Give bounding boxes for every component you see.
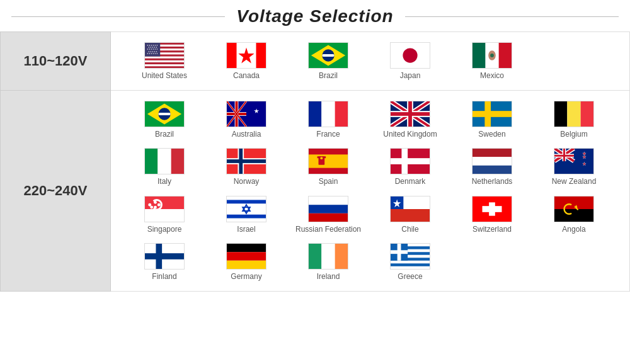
country-item-mx: Mexico — [451, 38, 533, 84]
flag-fi — [144, 243, 185, 270]
country-name-nz: New Zealand — [552, 177, 597, 187]
svg-rect-125 — [335, 244, 348, 270]
flag-ca — [226, 42, 266, 69]
country-name-il: Israel — [237, 225, 255, 235]
country-item-cl: Chile — [369, 192, 451, 237]
country-item-jp: Japan — [369, 38, 451, 84]
country-name-br-110: Brazil — [319, 71, 338, 81]
title-line-right — [405, 16, 619, 17]
country-item-sg: Singapore — [123, 192, 205, 237]
svg-rect-55 — [472, 111, 512, 117]
flag-dk — [390, 148, 430, 174]
country-item-nl: Netherlands — [451, 144, 533, 190]
svg-rect-77 — [472, 157, 512, 166]
flag-au — [226, 101, 266, 127]
country-name-no: Norway — [234, 177, 260, 187]
country-item-es: Spain — [287, 144, 369, 190]
svg-rect-20 — [322, 54, 334, 57]
svg-rect-31 — [158, 113, 170, 115]
svg-point-96 — [150, 205, 153, 208]
svg-rect-75 — [401, 149, 408, 174]
title-line-left — [11, 16, 225, 17]
country-name-gr: Greece — [398, 272, 422, 282]
svg-point-95 — [154, 205, 157, 208]
country-name-cl: Chile — [401, 225, 418, 235]
country-name-sg: Singapore — [147, 225, 182, 235]
voltage-table: 110~120V — [0, 31, 630, 292]
svg-rect-15 — [256, 43, 266, 69]
country-item-ie: Ireland — [287, 239, 369, 285]
svg-rect-114 — [554, 209, 593, 222]
svg-rect-118 — [145, 254, 184, 260]
flag-no — [226, 148, 266, 174]
country-name-ie: Ireland — [317, 272, 340, 282]
countries-110: ★★★★★★ ★★★★★ ★★★★★★ ★★★★★ ★★★★★★ United … — [111, 32, 630, 91]
svg-rect-104 — [309, 205, 348, 213]
country-name-be: Belgium — [560, 130, 587, 140]
country-grid-110: ★★★★★★ ★★★★★ ★★★★★★ ★★★★★ ★★★★★★ United … — [123, 38, 623, 84]
country-name-us: United States — [142, 71, 187, 81]
voltage-row-110: 110~120V — [1, 32, 630, 91]
flag-nl — [472, 148, 512, 174]
country-item-it: Italy — [123, 144, 205, 190]
country-item-ao: Angola — [533, 192, 615, 237]
svg-rect-134 — [391, 251, 408, 254]
country-name-jp: Japan — [400, 71, 421, 81]
svg-rect-74 — [391, 158, 430, 164]
svg-rect-130 — [391, 261, 430, 264]
country-name-nl: Netherlands — [472, 177, 513, 187]
flag-se — [472, 101, 512, 127]
svg-rect-25 — [499, 43, 512, 69]
svg-point-97 — [148, 203, 151, 207]
flag-be — [554, 101, 594, 127]
flag-gb — [390, 101, 430, 127]
voltage-row-220: 220~240V — [1, 90, 630, 291]
country-item-ca: Canada — [205, 38, 287, 84]
svg-point-93 — [154, 201, 157, 204]
voltage-label-110: 110~120V — [1, 32, 111, 91]
svg-rect-53 — [408, 101, 412, 127]
svg-rect-78 — [472, 166, 512, 174]
svg-point-22 — [403, 48, 417, 62]
svg-rect-60 — [145, 149, 158, 174]
flag-nz — [554, 148, 594, 174]
country-name-mx: Mexico — [480, 71, 504, 81]
country-name-ch: Switzerland — [472, 225, 512, 235]
country-item-br-110: Brazil — [287, 38, 369, 84]
flag-es — [308, 148, 348, 174]
country-name-fi: Finland — [152, 272, 176, 282]
flag-us: ★★★★★★ ★★★★★ ★★★★★★ ★★★★★ ★★★★★★ — [144, 42, 185, 69]
country-name-ca: Canada — [233, 71, 260, 81]
country-name-de: Germany — [231, 272, 261, 282]
country-item-ru: Russian Federation — [287, 192, 369, 237]
svg-rect-121 — [227, 253, 266, 261]
country-name-ao: Angola — [562, 225, 585, 235]
svg-rect-122 — [227, 261, 266, 270]
svg-rect-69 — [309, 155, 348, 168]
flag-sg — [144, 196, 185, 222]
svg-rect-76 — [472, 149, 512, 157]
country-item-se: Sweden — [451, 97, 533, 142]
svg-rect-56 — [484, 101, 491, 127]
flag-cl — [390, 196, 430, 222]
country-name-ru: Russian Federation — [295, 225, 361, 235]
country-name-dk: Denmark — [395, 177, 426, 187]
country-item-il: Israel — [205, 192, 287, 237]
svg-rect-43 — [321, 101, 335, 127]
country-name-fr: France — [316, 130, 340, 140]
flag-ao — [554, 196, 594, 222]
country-name-gb: United Kingdom — [383, 130, 437, 140]
svg-rect-42 — [309, 101, 321, 127]
svg-rect-120 — [227, 244, 266, 253]
svg-rect-14 — [227, 43, 237, 69]
svg-point-27 — [490, 54, 494, 57]
svg-rect-62 — [171, 149, 184, 174]
country-item-ch: Switzerland — [451, 192, 533, 237]
country-item-nz: New Zealand — [533, 144, 615, 190]
svg-rect-67 — [239, 149, 243, 174]
svg-rect-103 — [309, 196, 348, 205]
voltage-label-220: 220~240V — [1, 90, 111, 291]
svg-rect-124 — [321, 244, 335, 270]
svg-rect-112 — [483, 206, 502, 212]
svg-rect-123 — [309, 244, 321, 270]
